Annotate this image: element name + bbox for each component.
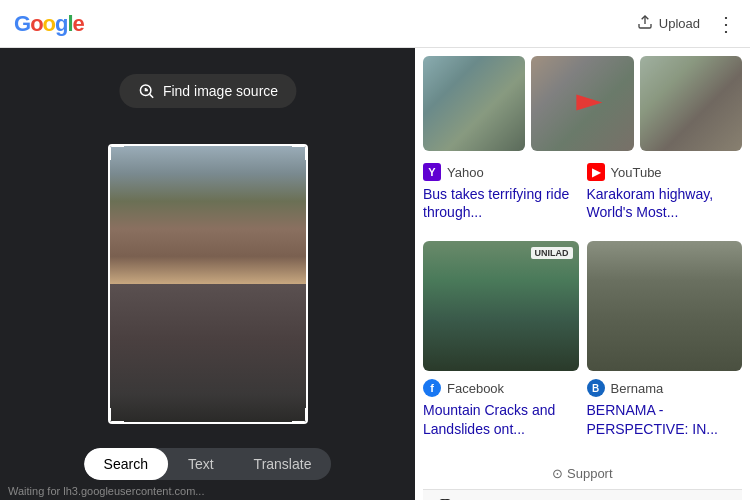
tab-translate[interactable]: Translate — [234, 448, 332, 480]
thumb-youtube[interactable] — [531, 56, 633, 151]
image-grid — [423, 56, 742, 151]
facebook-result-title[interactable]: Mountain Cracks and Landslides ont... — [423, 401, 579, 437]
facebook-column: UNILAD f Facebook Mountain Cracks and La… — [423, 241, 579, 449]
left-panel: Find image source Search Text Translate … — [0, 48, 415, 500]
corner-tr — [292, 144, 308, 160]
arrow-overlay — [577, 94, 605, 110]
find-image-source-button[interactable]: Find image source — [119, 74, 296, 108]
find-image-label: Find image source — [163, 83, 278, 99]
upload-button[interactable]: Upload — [637, 14, 700, 33]
source-youtube: ▶ YouTube — [587, 163, 743, 181]
main-content: Find image source Search Text Translate … — [0, 48, 750, 500]
bernama-icon: B — [587, 379, 605, 397]
top-bar: Google Upload ⋮ — [0, 0, 750, 48]
top-bar-right: Upload ⋮ — [637, 12, 736, 36]
rock-bottom — [110, 284, 306, 422]
status-text: Waiting for lh3.googleusercontent.com... — [8, 485, 204, 497]
source-yahoo: Y Yahoo — [423, 163, 579, 181]
unilad-badge: UNILAD — [531, 247, 573, 259]
youtube-result-title[interactable]: Karakoram highway, World's Most... — [587, 185, 743, 221]
feedback-bar: 💬 Did you find these results useful? Yes — [423, 489, 742, 500]
result-facebook: f Facebook Mountain Cracks and Landslide… — [423, 379, 579, 437]
logo-area: Google — [14, 11, 84, 37]
youtube-source-name: YouTube — [611, 165, 662, 180]
thumb-yahoo[interactable] — [423, 56, 525, 151]
image-preview — [110, 146, 306, 422]
upload-icon — [637, 14, 653, 33]
thumb-bernama[interactable] — [587, 241, 743, 371]
thumb-unilad[interactable]: UNILAD — [423, 241, 579, 371]
svg-line-2 — [149, 94, 152, 97]
source-bernama: B Bernama — [587, 379, 743, 397]
result-yahoo: Y Yahoo Bus takes terrifying ride throug… — [423, 163, 579, 221]
yahoo-icon: Y — [423, 163, 441, 181]
bernama-result-title[interactable]: BERNAMA - PERSPECTIVE: IN... — [587, 401, 743, 437]
source-facebook: f Facebook — [423, 379, 579, 397]
result-bernama: B Bernama BERNAMA - PERSPECTIVE: IN... — [587, 379, 743, 437]
result-youtube: ▶ YouTube Karakoram highway, World's Mos… — [587, 163, 743, 221]
yahoo-result-title[interactable]: Bus takes terrifying ride through... — [423, 185, 579, 221]
results-row-top: Y Yahoo Bus takes terrifying ride throug… — [423, 163, 742, 233]
results-row-bottom: UNILAD f Facebook Mountain Cracks and La… — [423, 241, 742, 449]
rock-top — [110, 146, 306, 284]
corner-bl — [108, 408, 124, 424]
tab-bar: Search Text Translate — [84, 448, 332, 480]
upload-label: Upload — [659, 16, 700, 31]
yahoo-source-name: Yahoo — [447, 165, 484, 180]
right-panel[interactable]: Y Yahoo Bus takes terrifying ride throug… — [415, 48, 750, 500]
image-frame — [108, 144, 308, 424]
corner-tl — [108, 144, 124, 160]
tab-text[interactable]: Text — [168, 448, 234, 480]
bernama-column: B Bernama BERNAMA - PERSPECTIVE: IN... — [587, 241, 743, 449]
more-icon[interactable]: ⋮ — [716, 12, 736, 36]
status-bar: Waiting for lh3.googleusercontent.com... — [0, 482, 415, 500]
youtube-icon: ▶ — [587, 163, 605, 181]
facebook-icon: f — [423, 379, 441, 397]
support-label: ⊙ Support — [552, 466, 612, 481]
thumb-bob[interactable] — [640, 56, 742, 151]
tab-search[interactable]: Search — [84, 448, 168, 480]
facebook-source-name: Facebook — [447, 381, 504, 396]
bernama-source-name: Bernama — [611, 381, 664, 396]
lens-icon — [137, 82, 155, 100]
support-bar[interactable]: ⊙ Support — [423, 458, 742, 489]
corner-br — [292, 408, 308, 424]
google-logo: Google — [14, 11, 84, 37]
